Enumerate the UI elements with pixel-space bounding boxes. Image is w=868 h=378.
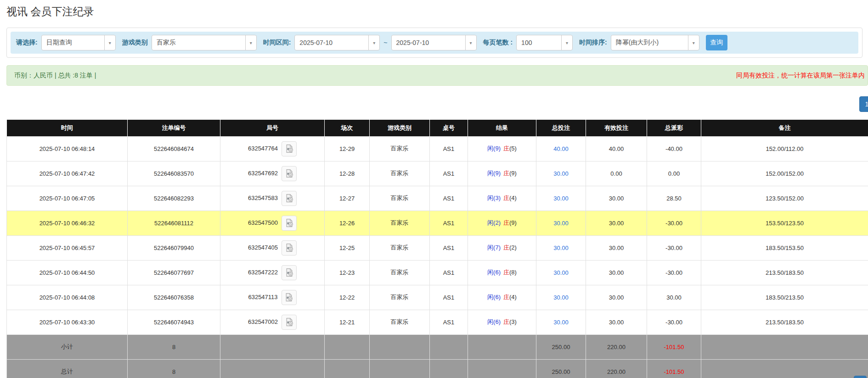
- result-banker-score: (4): [509, 195, 517, 201]
- total-bet-link[interactable]: 30.00: [553, 220, 569, 227]
- cell-time: 2025-07-10 06:44:08: [7, 285, 128, 310]
- cell-round-id: 632547222: [220, 260, 325, 285]
- cell-valid-bet: 40.00: [586, 136, 647, 161]
- cell-session: 12-28: [325, 161, 370, 186]
- total-bet-link[interactable]: 30.00: [553, 319, 569, 326]
- table-row[interactable]: 2025-07-10 06:46:32 522646081112 6325475…: [7, 211, 868, 235]
- time-sort-dropdown[interactable]: 降幂(由大到小) ▾: [611, 35, 699, 50]
- total-empty-cell: [325, 359, 370, 378]
- date-range-separator: ~: [383, 39, 387, 46]
- cell-table-no: AS1: [430, 161, 468, 186]
- filter-bar: 请选择: 日期查询 ▾ 游戏类别 百家乐 ▾ 时间区间: 2025-07-10 …: [11, 32, 858, 54]
- cell-round-id: 632547764: [220, 136, 325, 161]
- time-range-label: 时间区间:: [263, 39, 291, 47]
- total-bet-link[interactable]: 30.00: [553, 170, 569, 177]
- cell-result: 闲(7)庄(2): [468, 235, 536, 260]
- table-row[interactable]: 2025-07-10 06:44:08 522646076358 6325471…: [7, 285, 868, 310]
- cell-time: 2025-07-10 06:45:57: [7, 235, 128, 260]
- cell-bet-id: 522646077697: [128, 260, 220, 285]
- chevron-down-icon: ▾: [104, 35, 115, 50]
- cell-result: 闲(6)庄(8): [468, 260, 536, 285]
- pagination-page-1-bottom[interactable]: 1: [854, 376, 867, 378]
- total-bet-link[interactable]: 30.00: [553, 245, 569, 251]
- total-label: 总计: [7, 359, 128, 378]
- cell-total-bet: 30.00: [536, 310, 586, 334]
- cell-bet-id: 522646083570: [128, 161, 220, 186]
- time-sort-value: 降幂(由大到小): [611, 35, 688, 50]
- total-bet-link[interactable]: 30.00: [553, 294, 569, 301]
- table-row[interactable]: 2025-07-10 06:44:50 522646077697 6325472…: [7, 260, 868, 285]
- round-id-text: 632547692: [248, 169, 278, 176]
- result-banker-score: (2): [509, 244, 517, 251]
- select-type-dropdown[interactable]: 日期查询 ▾: [41, 35, 116, 50]
- game-category-group: 游戏类别 百家乐 ▾: [122, 35, 257, 50]
- column-header-4: 场次: [325, 120, 370, 136]
- notice-text: 同局有效投注，统一计算在该局第一张注单内: [736, 72, 865, 80]
- cell-table-no: AS1: [430, 186, 468, 211]
- total-bet-link[interactable]: 30.00: [553, 195, 569, 202]
- cell-round-id: 632547113: [220, 285, 325, 310]
- chevron-down-icon: ▾: [688, 35, 699, 50]
- time-sort-group: 时间排序: 降幂(由大到小) ▾: [579, 35, 699, 50]
- subtotal-empty-cell: [220, 334, 325, 359]
- subtotal-label: 小计: [7, 334, 128, 359]
- search-button[interactable]: 查询: [706, 35, 727, 50]
- cell-session: 12-26: [325, 211, 370, 235]
- cell-note: 183.50/213.50: [701, 285, 868, 310]
- cell-valid-bet: 30.00: [586, 211, 647, 235]
- cell-time: 2025-07-10 06:44:50: [7, 260, 128, 285]
- result-player: 闲(7): [487, 244, 501, 251]
- video-record-button[interactable]: [282, 290, 297, 305]
- page-size-value: 100: [517, 35, 561, 50]
- result-banker: 庄: [503, 145, 509, 152]
- table-row[interactable]: 2025-07-10 06:45:57 522646079940 6325474…: [7, 235, 868, 260]
- subtotal-empty-cell: [701, 334, 868, 359]
- cell-time: 2025-07-10 06:43:30: [7, 310, 128, 334]
- date-to-dropdown[interactable]: 2025-07-10 ▾: [391, 35, 477, 50]
- page-size-dropdown[interactable]: 100 ▾: [516, 35, 573, 50]
- total-bet-link[interactable]: 30.00: [553, 269, 569, 276]
- column-header-10: 总派彩: [647, 120, 701, 136]
- pagination-page-1-top[interactable]: 1: [859, 96, 868, 112]
- video-record-button[interactable]: [282, 191, 297, 206]
- table-row[interactable]: 2025-07-10 06:43:30 522646074943 6325470…: [7, 310, 868, 334]
- video-record-button[interactable]: [282, 141, 297, 156]
- total-empty-cell: [220, 359, 325, 378]
- table-row[interactable]: 2025-07-10 06:47:42 522646083570 6325476…: [7, 161, 868, 186]
- cell-valid-bet: 30.00: [586, 310, 647, 334]
- cell-payout: -30.00: [647, 260, 701, 285]
- cell-note: 153.50/123.50: [701, 211, 868, 235]
- result-banker: 庄: [503, 244, 509, 251]
- date-from-value: 2025-07-10: [295, 35, 368, 50]
- film-document-icon: [285, 169, 294, 178]
- table-row[interactable]: 2025-07-10 06:47:05 522646082293 6325475…: [7, 186, 868, 211]
- cell-payout: -40.00: [647, 136, 701, 161]
- cell-total-bet: 30.00: [536, 211, 586, 235]
- cell-round-id: 632547583: [220, 186, 325, 211]
- column-header-1: 时间: [7, 120, 128, 136]
- game-category-value: 百家乐: [152, 35, 245, 50]
- summary-bar: 币别：人民币 | 总共 :8 注单 | 同局有效投注，统一计算在该局第一张注单内: [6, 65, 868, 86]
- cell-session: 12-27: [325, 186, 370, 211]
- video-record-button[interactable]: [282, 265, 297, 280]
- video-record-button[interactable]: [282, 216, 297, 231]
- cell-valid-bet: 30.00: [586, 285, 647, 310]
- chevron-down-icon: ▾: [561, 35, 572, 50]
- game-category-dropdown[interactable]: 百家乐 ▾: [152, 35, 257, 50]
- cell-result: 闲(6)庄(4): [468, 285, 536, 310]
- page-size-group: 每页笔数 : 100 ▾: [483, 35, 573, 50]
- cell-bet-id: 522646081112: [128, 211, 220, 235]
- video-record-button[interactable]: [282, 166, 297, 181]
- table-row[interactable]: 2025-07-10 06:48:14 522646084674 6325477…: [7, 136, 868, 161]
- cell-result: 闲(6)庄(3): [468, 310, 536, 334]
- video-record-button[interactable]: [282, 315, 297, 330]
- date-to-value: 2025-07-10: [392, 35, 465, 50]
- round-id-text: 632547764: [248, 145, 278, 151]
- total-bet-link[interactable]: 40.00: [553, 145, 569, 152]
- video-record-button[interactable]: [282, 240, 297, 256]
- date-from-dropdown[interactable]: 2025-07-10 ▾: [294, 35, 380, 50]
- select-type-value: 日期查询: [42, 35, 104, 50]
- cell-round-id: 632547692: [220, 161, 325, 186]
- cell-payout: 0.00: [647, 161, 701, 186]
- column-header-3: 局号: [220, 120, 325, 136]
